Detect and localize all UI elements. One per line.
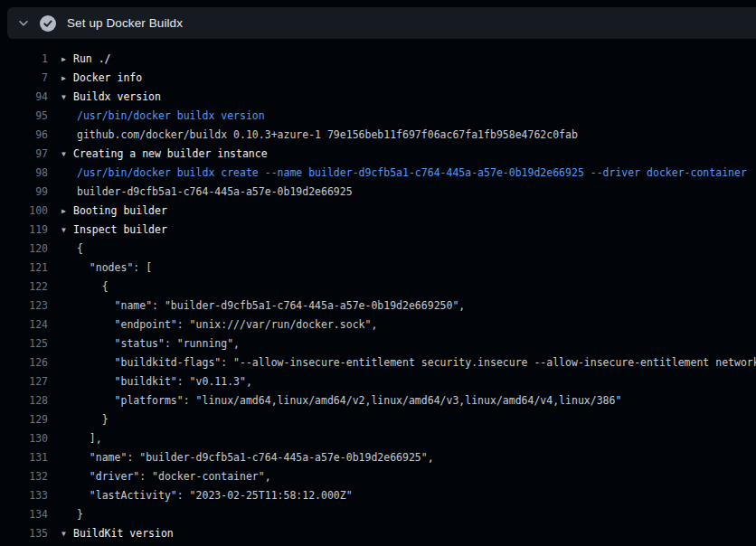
output-text: "buildkit": "v0.11.3", [77, 372, 252, 391]
log-line: 128 "platforms": "linux/amd64,linux/amd6… [0, 391, 756, 410]
line-number[interactable]: 7 [0, 69, 48, 88]
log-group-header[interactable]: 135▼BuildKit version [0, 524, 756, 543]
line-number[interactable]: 96 [0, 126, 48, 145]
output-text: "nodes": [ [77, 259, 152, 278]
line-number[interactable]: 100 [0, 202, 48, 221]
output-text: "buildkitd-flags": "--allow-insecure-ent… [77, 353, 756, 372]
line-number[interactable]: 123 [0, 297, 48, 315]
triangle-collapsed-icon: ▶ [61, 50, 73, 69]
line-number[interactable]: 130 [0, 429, 48, 448]
command-text: /usr/bin/docker buildx version [77, 107, 265, 126]
output-text: github.com/docker/buildx 0.10.3+azure-1 … [77, 126, 578, 145]
line-number[interactable]: 121 [0, 259, 48, 278]
log-line: 96github.com/docker/buildx 0.10.3+azure-… [0, 126, 756, 145]
line-number[interactable]: 120 [0, 240, 48, 259]
triangle-expanded-icon: ▼ [61, 88, 73, 107]
output-text: "name": "builder-d9cfb5a1-c764-445a-a57e… [77, 448, 434, 467]
log-group-header[interactable]: 7▶Docker info [0, 69, 756, 88]
log-line: 125 "status": "running", [0, 334, 756, 353]
output-text: "lastActivity": "2023-02-25T11:58:12.000… [77, 486, 353, 505]
line-number[interactable]: 131 [0, 448, 48, 467]
line-number[interactable]: 135 [0, 524, 48, 543]
log-group-header[interactable]: 97▼Creating a new builder instance [0, 145, 756, 164]
group-title: Buildx version [73, 88, 161, 107]
log-line: 133 "lastActivity": "2023-02-25T11:58:12… [0, 486, 756, 505]
triangle-expanded-icon: ▼ [61, 524, 73, 543]
line-number[interactable]: 134 [0, 505, 48, 524]
group-title: BuildKit version [73, 524, 174, 543]
log-group-header[interactable]: 1▶Run ./ [0, 50, 756, 69]
line-number[interactable]: 1 [0, 50, 48, 69]
log-line: 129 } [0, 410, 756, 429]
output-text: { [77, 278, 109, 297]
log-line: 124 "endpoint": "unix:///var/run/docker.… [0, 315, 756, 334]
log-line: 122 { [0, 278, 756, 297]
output-text: ], [77, 429, 102, 448]
line-number[interactable]: 119 [0, 221, 48, 240]
line-number[interactable]: 132 [0, 467, 48, 486]
triangle-collapsed-icon: ▶ [61, 202, 73, 221]
command-text: /usr/bin/docker buildx create --name bui… [77, 164, 747, 183]
triangle-expanded-icon: ▼ [61, 221, 73, 240]
log-line: 130 ], [0, 429, 756, 448]
line-number[interactable]: 124 [0, 315, 48, 334]
step-header[interactable]: Set up Docker Buildx [7, 7, 756, 39]
log-line: 95/usr/bin/docker buildx version [0, 107, 756, 126]
log-group-header[interactable]: 94▼Buildx version [0, 88, 756, 107]
log-content: 1▶Run ./7▶Docker info94▼Buildx version95… [0, 39, 756, 546]
output-text: "name": "builder-d9cfb5a1-c764-445a-a57e… [77, 297, 465, 315]
group-title: Run ./ [73, 50, 111, 69]
line-number[interactable]: 126 [0, 353, 48, 372]
log-line: 132 "driver": "docker-container", [0, 467, 756, 486]
log-line: 127 "buildkit": "v0.11.3", [0, 372, 756, 391]
output-text: } [77, 410, 109, 429]
line-number[interactable]: 128 [0, 391, 48, 410]
step-title: Set up Docker Buildx [67, 16, 183, 30]
log-line: 126 "buildkitd-flags": "--allow-insecure… [0, 353, 756, 372]
log-line: 123 "name": "builder-d9cfb5a1-c764-445a-… [0, 297, 756, 315]
output-text: "status": "running", [77, 334, 240, 353]
line-number[interactable]: 122 [0, 278, 48, 297]
triangle-collapsed-icon: ▶ [61, 69, 73, 88]
line-number[interactable]: 95 [0, 107, 48, 126]
log-line: 121 "nodes": [ [0, 259, 756, 278]
line-number[interactable]: 94 [0, 88, 48, 107]
output-text: "driver": "docker-container", [77, 467, 271, 486]
log-line: 98/usr/bin/docker buildx create --name b… [0, 164, 756, 183]
line-number[interactable]: 98 [0, 164, 48, 183]
log-line: 134} [0, 505, 756, 524]
line-number[interactable]: 133 [0, 486, 48, 505]
group-title: Docker info [73, 69, 142, 88]
group-title: Creating a new builder instance [73, 145, 268, 164]
line-number[interactable]: 97 [0, 145, 48, 164]
output-text: } [77, 505, 83, 524]
group-title: Inspect builder [73, 221, 167, 240]
line-number[interactable]: 127 [0, 372, 48, 391]
line-number[interactable]: 129 [0, 410, 48, 429]
output-text: builder-d9cfb5a1-c764-445a-a57e-0b19d2e6… [77, 183, 353, 202]
output-text: "platforms": "linux/amd64,linux/amd64/v2… [77, 391, 621, 410]
line-number[interactable]: 99 [0, 183, 48, 202]
line-number[interactable]: 125 [0, 334, 48, 353]
output-text: "endpoint": "unix:///var/run/docker.sock… [77, 315, 377, 334]
group-title: Booting builder [73, 202, 167, 221]
log-group-header[interactable]: 100▶Booting builder [0, 202, 756, 221]
triangle-expanded-icon: ▼ [61, 145, 73, 164]
check-circle-icon [40, 15, 56, 32]
log-line: 99builder-d9cfb5a1-c764-445a-a57e-0b19d2… [0, 183, 756, 202]
chevron-down-icon[interactable] [17, 17, 30, 30]
log-line: 120{ [0, 240, 756, 259]
output-text: { [77, 240, 83, 259]
log-group-header[interactable]: 119▼Inspect builder [0, 221, 756, 240]
log-line: 131 "name": "builder-d9cfb5a1-c764-445a-… [0, 448, 756, 467]
